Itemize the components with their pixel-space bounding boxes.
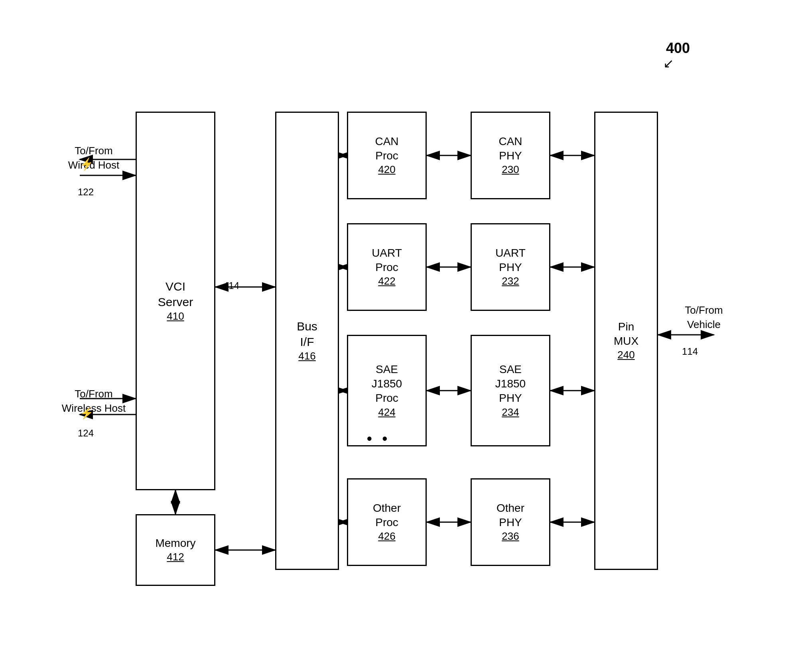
figure-number: 400	[666, 40, 690, 57]
sae-proc-line2: J1850	[372, 377, 402, 391]
bus-if-line1: Bus	[297, 318, 317, 334]
figure-arrow: ↙	[663, 56, 674, 71]
wireless-zigzag-icon: ⚡	[80, 407, 94, 420]
vci-server-ref: 410	[167, 310, 184, 323]
memory-block: Memory 412	[136, 514, 215, 586]
memory-line1: Memory	[155, 536, 195, 550]
wireless-ref: 124	[78, 426, 94, 440]
vci-server-line1: VCI	[165, 279, 185, 294]
pin-mux-block: Pin MUX 240	[594, 112, 658, 570]
uart-phy-line1: UART	[495, 246, 526, 260]
uart-phy-ref: 232	[502, 275, 519, 288]
can-phy-line2: PHY	[499, 149, 522, 163]
can-phy-ref: 230	[502, 163, 519, 177]
ellipsis-dots: • •	[367, 430, 390, 447]
vci-server-line2: Server	[158, 294, 193, 310]
can-proc-ref: 420	[378, 163, 395, 177]
bus-if-line2: I/F	[300, 334, 314, 350]
bus-if-block: Bus I/F 416	[275, 112, 339, 570]
uart-proc-line2: Proc	[375, 260, 398, 275]
bus-if-ref: 416	[298, 350, 315, 363]
other-proc-ref: 426	[378, 530, 395, 543]
can-proc-line1: CAN	[375, 134, 398, 149]
other-phy-line2: PHY	[499, 515, 522, 530]
can-phy-line1: CAN	[498, 134, 522, 149]
sae-proc-line1: SAE	[376, 362, 398, 377]
uart-proc-ref: 422	[378, 275, 395, 288]
other-phy-line1: Other	[496, 501, 524, 515]
sae-phy-block: SAE J1850 PHY 234	[471, 335, 550, 446]
main-diagram: To/From Wired Host 122 ⚡ To/From Wireles…	[56, 80, 754, 630]
sae-phy-line3: PHY	[499, 391, 522, 405]
uart-proc-block: UART Proc 422	[347, 223, 427, 311]
pin-mux-line2: MUX	[614, 334, 638, 348]
pin-mux-ref: 240	[617, 348, 634, 362]
sae-phy-line1: SAE	[499, 362, 522, 377]
uart-proc-line1: UART	[372, 246, 402, 260]
other-proc-line1: Other	[373, 501, 401, 515]
pin-mux-line1: Pin	[618, 320, 634, 334]
wired-ref: 122	[78, 185, 94, 199]
memory-ref: 412	[167, 550, 184, 564]
vehicle-ref: 114	[682, 345, 698, 358]
sae-proc-block: SAE J1850 Proc 424	[347, 335, 427, 446]
sae-phy-ref: 234	[502, 406, 519, 419]
can-proc-line2: Proc	[375, 149, 398, 163]
sae-phy-line2: J1850	[495, 377, 526, 391]
diagram-container: 400 ↙	[24, 32, 770, 654]
other-proc-line2: Proc	[375, 515, 398, 530]
sae-proc-line3: Proc	[375, 391, 398, 405]
can-proc-block: CAN Proc 420	[347, 112, 427, 199]
sae-proc-ref: 424	[378, 406, 395, 419]
can-phy-block: CAN PHY 230	[471, 112, 550, 199]
bus-if-arrow-ref: 414	[223, 279, 239, 293]
other-proc-block: Other Proc 426	[347, 478, 427, 566]
wireless-host-label: To/From Wireless Host	[56, 387, 132, 416]
uart-phy-block: UART PHY 232	[471, 223, 550, 311]
vci-server-block: VCI Server 410	[136, 112, 215, 490]
wired-zigzag-icon: ⚡	[79, 156, 95, 172]
vehicle-label: To/From Vehicle	[666, 303, 742, 332]
other-phy-block: Other PHY 236	[471, 478, 550, 566]
uart-phy-line2: PHY	[499, 260, 522, 275]
other-phy-ref: 236	[502, 530, 519, 543]
